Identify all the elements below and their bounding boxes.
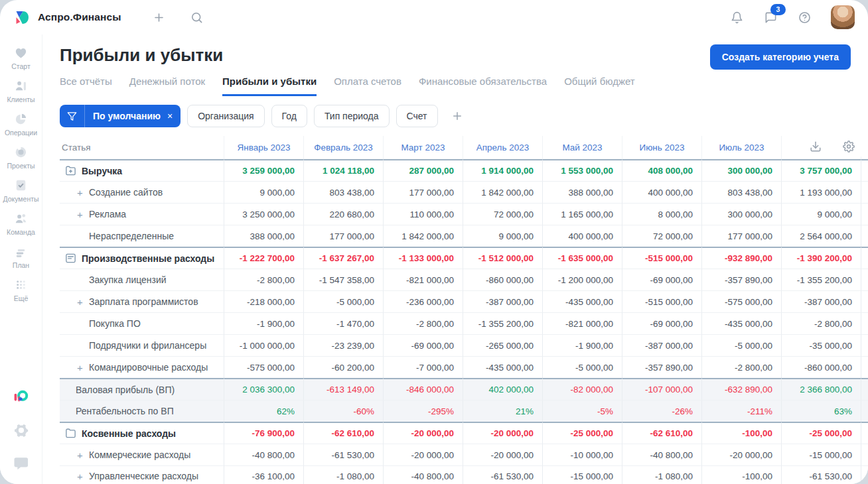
row-label-cell[interactable]: +Реклама bbox=[60, 203, 224, 225]
remove-filter-icon[interactable]: × bbox=[165, 111, 181, 121]
cell-value: 62% bbox=[224, 400, 303, 422]
sidebar-item[interactable]: Старт bbox=[3, 45, 38, 70]
create-category-button[interactable]: Создать категорию учета bbox=[710, 44, 851, 70]
cell-value: 1 842 000,00 bbox=[463, 181, 542, 203]
cell-clipped bbox=[861, 444, 868, 465]
avatar[interactable] bbox=[831, 5, 855, 29]
cell-value: -25 000,00 bbox=[542, 422, 622, 444]
cell-value: 1 842 000,00 bbox=[383, 225, 463, 247]
table-settings-gear-icon[interactable] bbox=[840, 138, 857, 155]
add-button[interactable] bbox=[150, 9, 168, 27]
row-label-cell[interactable]: Рентабельность по ВП bbox=[60, 400, 224, 422]
cell-value: -20 000,00 bbox=[383, 422, 463, 444]
download-icon[interactable] bbox=[807, 138, 824, 155]
tab[interactable]: Общий бюджет bbox=[564, 76, 635, 96]
cell-value: -40 800,00 bbox=[224, 444, 303, 465]
cell-value: -236 000,00 bbox=[383, 290, 463, 312]
row-label-cell[interactable]: +Командировочные расходы bbox=[60, 356, 224, 378]
expand-plus-icon[interactable]: + bbox=[76, 209, 84, 220]
cell-value: -76 900,00 bbox=[224, 422, 303, 444]
cell-value: 3 259 000,00 bbox=[224, 159, 303, 181]
expand-plus-icon[interactable]: + bbox=[76, 450, 84, 461]
filter-chip[interactable]: Организация bbox=[187, 105, 264, 127]
row-label: Выручка bbox=[82, 166, 122, 176]
cell-value: -1 547 358,00 bbox=[303, 269, 383, 290]
help-icon[interactable] bbox=[796, 9, 814, 27]
cell-value: 1 024 118,00 bbox=[303, 159, 383, 181]
sidebar-item[interactable]: Ещё bbox=[3, 277, 38, 302]
active-filter-chip[interactable]: По умолчанию × bbox=[60, 105, 181, 127]
active-filter-label: По умолчанию bbox=[85, 111, 165, 121]
row-label-cell[interactable]: Подрядчики и фрилансеры bbox=[60, 334, 224, 356]
row-label-cell[interactable]: Выручка bbox=[60, 159, 224, 181]
table-row: +Командировочные расходы-575 000,00-60 2… bbox=[60, 356, 868, 378]
tab[interactable]: Прибыли и убытки bbox=[222, 76, 317, 96]
tab[interactable]: Денежный поток bbox=[129, 76, 205, 96]
sidebar-item[interactable]: Операции bbox=[3, 111, 38, 137]
folder-icon bbox=[64, 427, 77, 440]
cell-value: 72 000,00 bbox=[622, 225, 701, 247]
cell-value: 9 000,00 bbox=[463, 225, 542, 247]
cell-value: -107 000,00 bbox=[622, 378, 701, 400]
row-label-cell[interactable]: Закупка лицензий bbox=[60, 269, 224, 290]
row-label-cell[interactable]: Косвенные расходы bbox=[60, 422, 224, 444]
row-label-cell[interactable]: Нераспределенные bbox=[60, 225, 224, 247]
cell-value: -295% bbox=[383, 400, 463, 422]
expand-plus-icon[interactable]: + bbox=[76, 362, 84, 373]
sidebar-item[interactable]: Команда bbox=[3, 211, 38, 236]
cell-value: -20 000,00 bbox=[383, 444, 463, 465]
cell-value: -82 000,00 bbox=[542, 378, 622, 400]
bell-icon[interactable] bbox=[728, 9, 746, 27]
filter-chip[interactable]: Счет bbox=[396, 105, 438, 127]
cell-value: 63% bbox=[781, 400, 861, 422]
cell-value: -211% bbox=[701, 400, 781, 422]
cell-value: -821 000,00 bbox=[383, 269, 463, 290]
tab[interactable]: Финансовые обязательства bbox=[419, 76, 547, 96]
expand-plus-icon[interactable]: + bbox=[76, 296, 84, 308]
search-button[interactable] bbox=[188, 9, 206, 27]
cell-value: -62 610,00 bbox=[303, 422, 383, 444]
row-label-cell[interactable]: +Зарплата программистов bbox=[60, 290, 224, 312]
sidebar-item[interactable]: Клиенты bbox=[3, 78, 38, 103]
expand-plus-icon[interactable]: + bbox=[76, 187, 84, 198]
cell-value: -515 000,00 bbox=[622, 247, 701, 269]
cell-value: -435 000,00 bbox=[701, 312, 781, 334]
aspro-mark-icon[interactable] bbox=[13, 389, 30, 406]
cell-clipped bbox=[861, 203, 868, 225]
cell-value: -265 000,00 bbox=[463, 334, 542, 356]
sidebar-nav: СтартКлиентыОперацииПроектыДокументыКома… bbox=[3, 45, 38, 310]
cell-value: -60% bbox=[303, 400, 383, 422]
row-label-cell[interactable]: Покупка ПО bbox=[60, 312, 224, 334]
sidebar-item[interactable]: Документы bbox=[3, 178, 38, 203]
row-label: Валовая прибыль (ВП) bbox=[76, 385, 175, 395]
feedback-bubble-icon[interactable] bbox=[13, 455, 30, 472]
add-filter-button[interactable] bbox=[447, 109, 467, 123]
row-label-cell[interactable]: +Создание сайтов bbox=[60, 181, 224, 203]
cell-clipped bbox=[861, 378, 868, 400]
cell-value: -515 000,00 bbox=[622, 290, 701, 312]
tab[interactable]: Оплата счетов bbox=[334, 76, 401, 96]
sidebar-item[interactable]: Проекты bbox=[3, 145, 38, 170]
cell-value: -61 530,00 bbox=[303, 444, 383, 465]
tab[interactable]: Все отчёты bbox=[60, 76, 112, 96]
table-row: Производственные расходы-1 222 700,00-1 … bbox=[60, 247, 868, 269]
column-header-month: Январь 2023 bbox=[224, 136, 303, 159]
row-label: Подрядчики и фрилансеры bbox=[89, 340, 206, 351]
filter-chip[interactable]: Тип периода bbox=[314, 105, 390, 127]
chat-badge: 3 bbox=[770, 4, 786, 15]
table-row: +Создание сайтов9 000,00803 438,00177 00… bbox=[60, 181, 868, 203]
row-label-cell[interactable]: Производственные расходы bbox=[60, 247, 224, 269]
row-label-cell[interactable]: +Управленческие расходы bbox=[60, 465, 224, 484]
filter-chip[interactable]: Год bbox=[271, 105, 307, 127]
row-label-cell[interactable]: Валовая прибыль (ВП) bbox=[60, 378, 224, 400]
row-label-cell[interactable]: +Коммерческие расходы bbox=[60, 444, 224, 465]
expand-plus-icon[interactable]: + bbox=[76, 471, 84, 482]
cell-value: -613 149,00 bbox=[303, 378, 383, 400]
cell-value: -5% bbox=[542, 400, 622, 422]
sidebar-item-label: Ещё bbox=[14, 294, 28, 302]
settings-gear-icon[interactable] bbox=[13, 422, 30, 439]
cell-value: -1 222 700,00 bbox=[224, 247, 303, 269]
table-row: Косвенные расходы-76 900,00-62 610,00-20… bbox=[60, 422, 868, 444]
cell-value: -860 000,00 bbox=[463, 269, 542, 290]
sidebar-item[interactable]: План bbox=[3, 244, 38, 269]
